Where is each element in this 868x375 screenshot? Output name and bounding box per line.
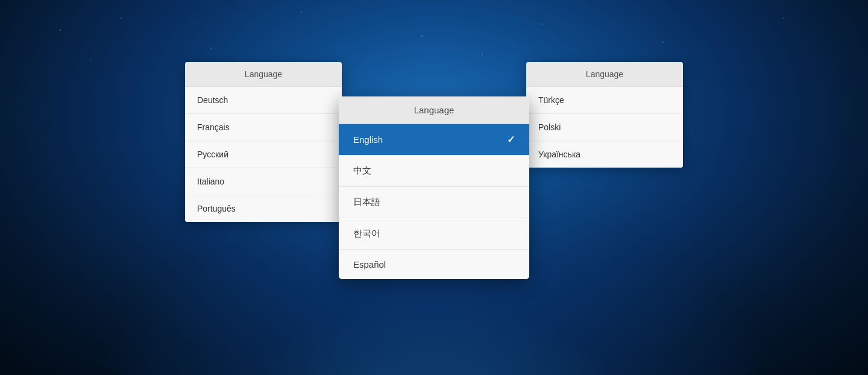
list-item[interactable]: Français: [185, 114, 342, 141]
language-option-chinese[interactable]: 中文: [339, 156, 529, 187]
language-option-english[interactable]: English ✓: [339, 124, 529, 156]
list-item[interactable]: Italiano: [185, 168, 342, 195]
dropdown-header: Language: [339, 96, 529, 124]
language-label: Español: [353, 259, 386, 269]
left-language-panel: Language Deutsch Français Русский Italia…: [185, 62, 342, 222]
list-item[interactable]: Polski: [526, 114, 683, 141]
right-language-panel: Language Türkçe Polski Українська: [526, 62, 683, 168]
right-panel-header: Language: [526, 62, 683, 87]
scene: Language Deutsch Français Русский Italia…: [0, 0, 868, 375]
language-label: 한국어: [353, 228, 380, 239]
list-item[interactable]: Русский: [185, 141, 342, 168]
language-label: 日本語: [353, 197, 380, 208]
language-label: English: [353, 134, 383, 145]
language-label: 中文: [353, 165, 371, 177]
checkmark-icon: ✓: [507, 134, 515, 145]
language-option-korean[interactable]: 한국어: [339, 218, 529, 250]
left-panel-header: Language: [185, 62, 342, 87]
language-option-spanish[interactable]: Español: [339, 250, 529, 279]
language-dropdown: Language English ✓ 中文 日本語 한국어 Español: [339, 96, 529, 279]
list-item[interactable]: Türkçe: [526, 87, 683, 114]
list-item[interactable]: Deutsch: [185, 87, 342, 114]
language-option-japanese[interactable]: 日本語: [339, 187, 529, 218]
list-item[interactable]: Українська: [526, 141, 683, 168]
list-item[interactable]: Português: [185, 195, 342, 222]
